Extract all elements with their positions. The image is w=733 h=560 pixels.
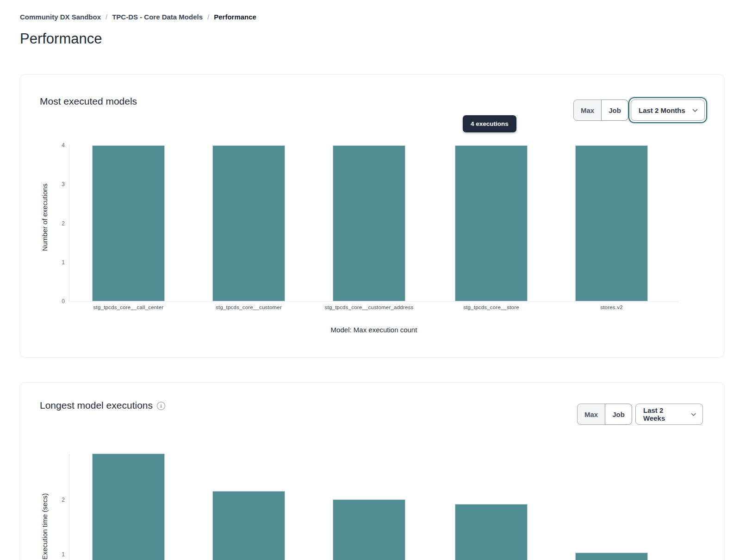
bar[interactable] <box>92 454 165 560</box>
bar[interactable] <box>212 491 285 560</box>
performance-page: Community DX Sandbox / TPC-DS - Core Dat… <box>0 0 733 560</box>
breadcrumb-separator: / <box>207 13 209 21</box>
y-tick-label: 4 <box>46 143 65 148</box>
y-tick-label: 2 <box>46 497 65 503</box>
y-tick-label: 1 <box>46 552 65 557</box>
card-title-text: Most executed models <box>40 96 137 107</box>
bar[interactable] <box>212 145 285 301</box>
x-tick-label: stg_tpcds_core__customer <box>180 305 318 310</box>
y-axis-label: Execution time (secs) <box>41 457 49 560</box>
y-tick-label: 3 <box>46 181 65 187</box>
time-range-select[interactable]: Last 2 Weeks <box>635 404 703 425</box>
y-tick-label: 2 <box>46 221 65 226</box>
card-title-longest-executions: Longest model executions i <box>40 400 165 411</box>
bar[interactable] <box>92 145 165 301</box>
breadcrumb-item-performance: Performance <box>214 13 256 21</box>
bar[interactable] <box>455 145 528 301</box>
breadcrumb: Community DX Sandbox / TPC-DS - Core Dat… <box>20 13 256 21</box>
most-executed-models-card: Most executed models Max Job Last 2 Mont… <box>20 74 724 358</box>
info-icon[interactable]: i <box>157 402 165 410</box>
chevron-down-icon <box>691 413 696 417</box>
bar[interactable] <box>333 145 405 301</box>
breadcrumb-separator: / <box>106 13 107 21</box>
x-axis-baseline <box>69 301 679 302</box>
bar[interactable] <box>333 499 405 560</box>
x-tick-label: stg_tpcds_core__call_center <box>59 305 198 310</box>
max-job-toggle: Max Job <box>573 100 628 121</box>
chevron-down-icon <box>692 109 698 112</box>
x-tick-label: stg_tpcds_core__store <box>422 305 561 310</box>
card-title-most-executed: Most executed models <box>40 96 137 107</box>
toggle-max-button[interactable]: Max <box>573 100 602 121</box>
card-title-text: Longest model executions <box>40 400 153 411</box>
y-tick-label: 1 <box>46 260 65 265</box>
bar[interactable] <box>455 504 528 560</box>
x-tick-label: stg_tpcds_core__customer_address <box>300 305 439 310</box>
time-range-select[interactable]: Last 2 Months <box>631 100 705 121</box>
toggle-job-button[interactable]: Job <box>605 404 632 425</box>
page-title: Performance <box>20 31 102 47</box>
y-axis-label: Number of executions <box>41 148 49 287</box>
max-job-toggle: Max Job <box>577 404 632 425</box>
time-range-value: Last 2 Weeks <box>643 406 685 422</box>
breadcrumb-item-models[interactable]: TPC-DS - Core Data Models <box>112 13 203 21</box>
toggle-max-button[interactable]: Max <box>577 404 605 425</box>
y-axis-line <box>69 454 69 560</box>
bar[interactable] <box>575 145 648 301</box>
toggle-job-button[interactable]: Job <box>601 100 628 121</box>
y-axis-line <box>69 145 69 301</box>
bar[interactable] <box>575 553 648 560</box>
chart-caption: Model: Max execution count <box>69 326 679 334</box>
longest-model-executions-card: Longest model executions i Max Job Last … <box>20 382 724 560</box>
time-range-value: Last 2 Months <box>639 106 685 114</box>
tooltip-text: 4 executions <box>471 120 509 127</box>
x-tick-label: stores.v2 <box>542 305 681 310</box>
breadcrumb-item-project[interactable]: Community DX Sandbox <box>20 13 101 21</box>
y-tick-label: 0 <box>46 299 65 304</box>
chart-hover-tooltip: 4 executions <box>463 115 516 132</box>
